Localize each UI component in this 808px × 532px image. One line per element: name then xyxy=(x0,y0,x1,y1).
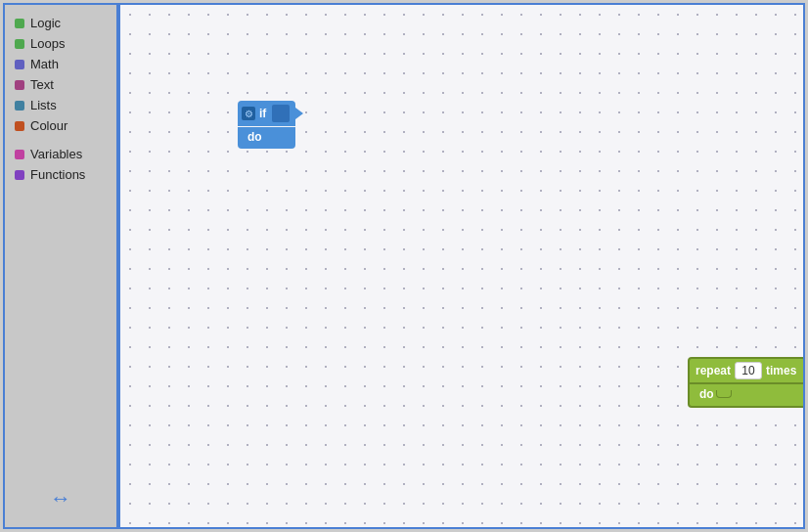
text-color-dot xyxy=(15,80,24,90)
sidebar-label-text: Text xyxy=(30,77,54,92)
main-window: Logic Loops Math Text Lists Colour Varia… xyxy=(3,3,805,529)
repeat-value: 10 xyxy=(741,364,754,377)
sidebar-item-loops[interactable]: Loops xyxy=(5,33,116,54)
sidebar-label-colour: Colour xyxy=(30,118,67,133)
sidebar-label-math: Math xyxy=(30,57,59,71)
repeat-block[interactable]: repeat 10 times do xyxy=(688,357,803,408)
sidebar-item-functions[interactable]: Functions xyxy=(5,164,116,185)
logic-color-dot xyxy=(15,19,24,28)
sidebar-item-math[interactable]: Math xyxy=(5,54,116,74)
loops-color-dot xyxy=(15,39,24,49)
sidebar-label-lists: Lists xyxy=(30,98,57,112)
repeat-block-bottom: do xyxy=(688,384,803,408)
sidebar-separator xyxy=(5,136,116,144)
sidebar: Logic Loops Math Text Lists Colour Varia… xyxy=(5,5,120,527)
repeat-value-input[interactable]: 10 xyxy=(735,362,762,379)
resize-icon: ↔ xyxy=(50,486,71,510)
sidebar-label-logic: Logic xyxy=(30,16,61,30)
repeat-do-notch xyxy=(716,390,732,398)
repeat-label: repeat xyxy=(696,364,731,377)
sidebar-item-text[interactable]: Text xyxy=(5,74,116,95)
gear-icon[interactable]: ⚙ xyxy=(242,107,255,120)
do-label: do xyxy=(247,130,262,144)
times-label: times xyxy=(766,364,796,377)
sidebar-item-logic[interactable]: Logic xyxy=(5,13,116,33)
repeat-do-label: do xyxy=(699,387,714,401)
sidebar-label-variables: Variables xyxy=(30,147,82,161)
sidebar-item-colour[interactable]: Colour xyxy=(5,115,116,136)
repeat-block-top: repeat 10 times xyxy=(688,357,803,384)
if-block[interactable]: ⚙ if do xyxy=(238,101,295,149)
if-block-bottom: do xyxy=(238,127,295,149)
sidebar-item-lists[interactable]: Lists xyxy=(5,95,116,115)
sidebar-label-loops: Loops xyxy=(30,36,65,51)
sidebar-item-variables[interactable]: Variables xyxy=(5,144,116,164)
sidebar-label-functions: Functions xyxy=(30,167,85,182)
if-label: if xyxy=(259,107,266,120)
if-condition-slot[interactable] xyxy=(272,105,290,122)
functions-color-dot xyxy=(15,170,24,180)
resize-handle[interactable]: ↔ xyxy=(50,486,71,511)
blockly-canvas[interactable]: ⚙ if do repeat 10 times do xyxy=(120,5,803,527)
variables-color-dot xyxy=(15,150,24,159)
colour-color-dot xyxy=(15,121,24,131)
if-block-top: ⚙ if xyxy=(238,101,295,126)
lists-color-dot xyxy=(15,101,24,111)
do-notch xyxy=(264,133,278,141)
math-color-dot xyxy=(15,60,24,69)
